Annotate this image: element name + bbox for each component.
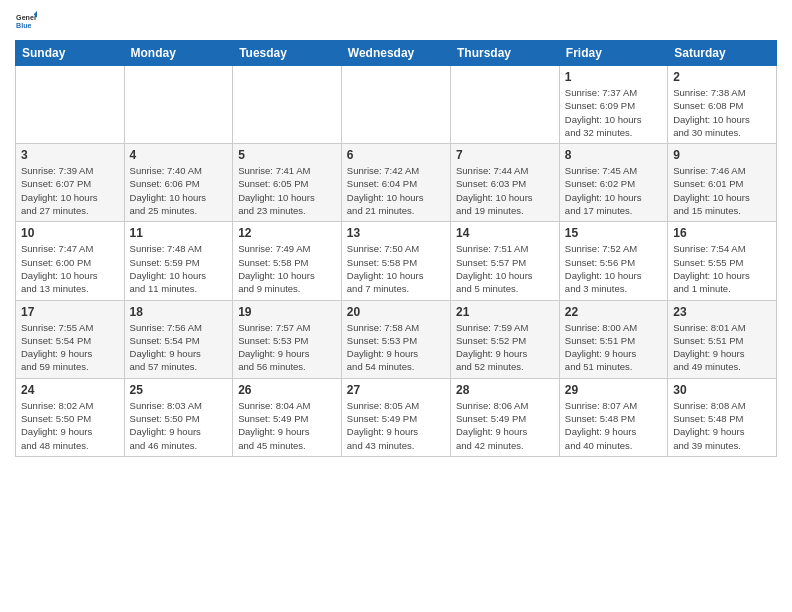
calendar-day-empty <box>124 66 233 144</box>
day-info: Sunrise: 8:06 AM Sunset: 5:49 PM Dayligh… <box>456 399 554 452</box>
calendar-day-25: 25Sunrise: 8:03 AM Sunset: 5:50 PM Dayli… <box>124 378 233 456</box>
calendar-day-11: 11Sunrise: 7:48 AM Sunset: 5:59 PM Dayli… <box>124 222 233 300</box>
calendar-day-5: 5Sunrise: 7:41 AM Sunset: 6:05 PM Daylig… <box>233 144 342 222</box>
logo: General Blue <box>15 10 41 32</box>
day-number: 17 <box>21 305 119 319</box>
calendar-day-empty <box>233 66 342 144</box>
calendar-day-27: 27Sunrise: 8:05 AM Sunset: 5:49 PM Dayli… <box>341 378 450 456</box>
calendar-day-empty <box>16 66 125 144</box>
calendar-day-15: 15Sunrise: 7:52 AM Sunset: 5:56 PM Dayli… <box>559 222 667 300</box>
day-info: Sunrise: 8:08 AM Sunset: 5:48 PM Dayligh… <box>673 399 771 452</box>
day-info: Sunrise: 8:03 AM Sunset: 5:50 PM Dayligh… <box>130 399 228 452</box>
day-number: 3 <box>21 148 119 162</box>
calendar-week-3: 10Sunrise: 7:47 AM Sunset: 6:00 PM Dayli… <box>16 222 777 300</box>
calendar-week-2: 3Sunrise: 7:39 AM Sunset: 6:07 PM Daylig… <box>16 144 777 222</box>
day-info: Sunrise: 8:00 AM Sunset: 5:51 PM Dayligh… <box>565 321 662 374</box>
day-number: 23 <box>673 305 771 319</box>
day-number: 29 <box>565 383 662 397</box>
calendar-day-empty <box>451 66 560 144</box>
day-info: Sunrise: 7:54 AM Sunset: 5:55 PM Dayligh… <box>673 242 771 295</box>
calendar-day-6: 6Sunrise: 7:42 AM Sunset: 6:04 PM Daylig… <box>341 144 450 222</box>
calendar-week-5: 24Sunrise: 8:02 AM Sunset: 5:50 PM Dayli… <box>16 378 777 456</box>
weekday-header-sunday: Sunday <box>16 41 125 66</box>
calendar-day-29: 29Sunrise: 8:07 AM Sunset: 5:48 PM Dayli… <box>559 378 667 456</box>
day-info: Sunrise: 7:42 AM Sunset: 6:04 PM Dayligh… <box>347 164 445 217</box>
calendar-day-10: 10Sunrise: 7:47 AM Sunset: 6:00 PM Dayli… <box>16 222 125 300</box>
calendar-day-17: 17Sunrise: 7:55 AM Sunset: 5:54 PM Dayli… <box>16 300 125 378</box>
day-info: Sunrise: 7:56 AM Sunset: 5:54 PM Dayligh… <box>130 321 228 374</box>
calendar-day-7: 7Sunrise: 7:44 AM Sunset: 6:03 PM Daylig… <box>451 144 560 222</box>
calendar-week-1: 1Sunrise: 7:37 AM Sunset: 6:09 PM Daylig… <box>16 66 777 144</box>
day-info: Sunrise: 8:05 AM Sunset: 5:49 PM Dayligh… <box>347 399 445 452</box>
day-info: Sunrise: 7:40 AM Sunset: 6:06 PM Dayligh… <box>130 164 228 217</box>
day-info: Sunrise: 7:37 AM Sunset: 6:09 PM Dayligh… <box>565 86 662 139</box>
day-number: 19 <box>238 305 336 319</box>
calendar-day-19: 19Sunrise: 7:57 AM Sunset: 5:53 PM Dayli… <box>233 300 342 378</box>
day-number: 24 <box>21 383 119 397</box>
calendar-day-20: 20Sunrise: 7:58 AM Sunset: 5:53 PM Dayli… <box>341 300 450 378</box>
weekday-header-monday: Monday <box>124 41 233 66</box>
day-number: 13 <box>347 226 445 240</box>
calendar-body: 1Sunrise: 7:37 AM Sunset: 6:09 PM Daylig… <box>16 66 777 457</box>
day-info: Sunrise: 7:49 AM Sunset: 5:58 PM Dayligh… <box>238 242 336 295</box>
day-info: Sunrise: 8:04 AM Sunset: 5:49 PM Dayligh… <box>238 399 336 452</box>
day-info: Sunrise: 8:07 AM Sunset: 5:48 PM Dayligh… <box>565 399 662 452</box>
day-info: Sunrise: 7:47 AM Sunset: 6:00 PM Dayligh… <box>21 242 119 295</box>
weekday-header-row: SundayMondayTuesdayWednesdayThursdayFrid… <box>16 41 777 66</box>
calendar-week-4: 17Sunrise: 7:55 AM Sunset: 5:54 PM Dayli… <box>16 300 777 378</box>
calendar-day-24: 24Sunrise: 8:02 AM Sunset: 5:50 PM Dayli… <box>16 378 125 456</box>
day-number: 27 <box>347 383 445 397</box>
calendar-day-13: 13Sunrise: 7:50 AM Sunset: 5:58 PM Dayli… <box>341 222 450 300</box>
day-number: 7 <box>456 148 554 162</box>
day-number: 6 <box>347 148 445 162</box>
day-number: 28 <box>456 383 554 397</box>
day-info: Sunrise: 7:46 AM Sunset: 6:01 PM Dayligh… <box>673 164 771 217</box>
day-info: Sunrise: 8:01 AM Sunset: 5:51 PM Dayligh… <box>673 321 771 374</box>
logo-icon: General Blue <box>15 10 37 32</box>
day-info: Sunrise: 7:41 AM Sunset: 6:05 PM Dayligh… <box>238 164 336 217</box>
day-number: 22 <box>565 305 662 319</box>
calendar-day-8: 8Sunrise: 7:45 AM Sunset: 6:02 PM Daylig… <box>559 144 667 222</box>
day-number: 20 <box>347 305 445 319</box>
day-info: Sunrise: 7:59 AM Sunset: 5:52 PM Dayligh… <box>456 321 554 374</box>
calendar-table: SundayMondayTuesdayWednesdayThursdayFrid… <box>15 40 777 457</box>
day-info: Sunrise: 7:52 AM Sunset: 5:56 PM Dayligh… <box>565 242 662 295</box>
calendar-day-9: 9Sunrise: 7:46 AM Sunset: 6:01 PM Daylig… <box>668 144 777 222</box>
day-number: 14 <box>456 226 554 240</box>
day-info: Sunrise: 7:50 AM Sunset: 5:58 PM Dayligh… <box>347 242 445 295</box>
day-info: Sunrise: 7:58 AM Sunset: 5:53 PM Dayligh… <box>347 321 445 374</box>
svg-text:Blue: Blue <box>16 22 32 30</box>
calendar-day-empty <box>341 66 450 144</box>
calendar-day-4: 4Sunrise: 7:40 AM Sunset: 6:06 PM Daylig… <box>124 144 233 222</box>
day-info: Sunrise: 7:39 AM Sunset: 6:07 PM Dayligh… <box>21 164 119 217</box>
day-number: 25 <box>130 383 228 397</box>
day-info: Sunrise: 7:44 AM Sunset: 6:03 PM Dayligh… <box>456 164 554 217</box>
calendar-day-28: 28Sunrise: 8:06 AM Sunset: 5:49 PM Dayli… <box>451 378 560 456</box>
day-number: 11 <box>130 226 228 240</box>
weekday-header-tuesday: Tuesday <box>233 41 342 66</box>
calendar-day-18: 18Sunrise: 7:56 AM Sunset: 5:54 PM Dayli… <box>124 300 233 378</box>
day-number: 12 <box>238 226 336 240</box>
day-info: Sunrise: 7:45 AM Sunset: 6:02 PM Dayligh… <box>565 164 662 217</box>
day-number: 15 <box>565 226 662 240</box>
calendar-day-1: 1Sunrise: 7:37 AM Sunset: 6:09 PM Daylig… <box>559 66 667 144</box>
day-number: 4 <box>130 148 228 162</box>
day-info: Sunrise: 7:55 AM Sunset: 5:54 PM Dayligh… <box>21 321 119 374</box>
day-info: Sunrise: 7:51 AM Sunset: 5:57 PM Dayligh… <box>456 242 554 295</box>
day-number: 26 <box>238 383 336 397</box>
day-number: 18 <box>130 305 228 319</box>
calendar-day-2: 2Sunrise: 7:38 AM Sunset: 6:08 PM Daylig… <box>668 66 777 144</box>
day-number: 10 <box>21 226 119 240</box>
calendar-day-22: 22Sunrise: 8:00 AM Sunset: 5:51 PM Dayli… <box>559 300 667 378</box>
weekday-header-wednesday: Wednesday <box>341 41 450 66</box>
day-number: 8 <box>565 148 662 162</box>
day-number: 2 <box>673 70 771 84</box>
weekday-header-saturday: Saturday <box>668 41 777 66</box>
calendar-day-30: 30Sunrise: 8:08 AM Sunset: 5:48 PM Dayli… <box>668 378 777 456</box>
day-info: Sunrise: 8:02 AM Sunset: 5:50 PM Dayligh… <box>21 399 119 452</box>
day-number: 30 <box>673 383 771 397</box>
svg-text:General: General <box>16 14 37 22</box>
day-number: 1 <box>565 70 662 84</box>
weekday-header-friday: Friday <box>559 41 667 66</box>
day-number: 16 <box>673 226 771 240</box>
